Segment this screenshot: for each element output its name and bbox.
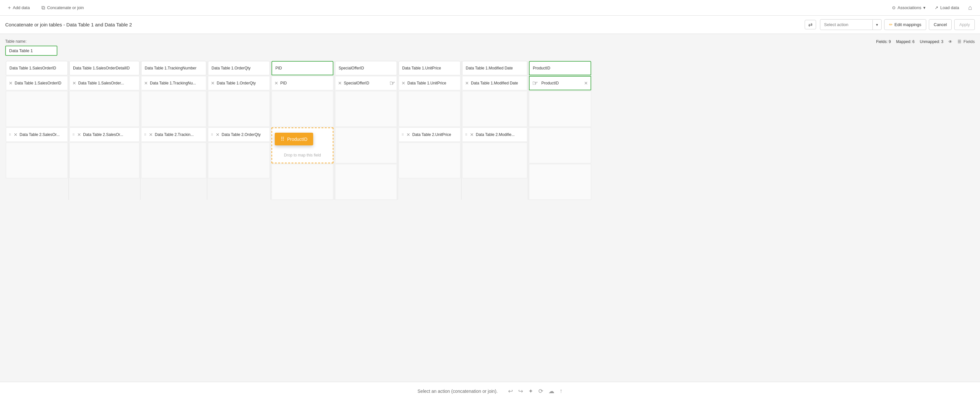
fields-button[interactable]: ☰ Fields: [958, 39, 975, 44]
refresh-icon[interactable]: ⟳: [538, 387, 543, 395]
edit-mappings-button[interactable]: ✏ Edit mappings: [884, 19, 926, 30]
cell-productid-row2: [529, 127, 591, 163]
close-trackingnumber-row2[interactable]: ✕: [149, 132, 153, 137]
cell-specialofferid-empty: [335, 91, 397, 127]
cell-text-salesorderid-r2: Data Table 2.SalesOr...: [19, 132, 65, 137]
content-area: Table name: Fields: 9 Mapped: 6 Unmapped…: [0, 34, 980, 382]
home-button[interactable]: ⌂: [966, 3, 975, 13]
cell-pid-drop-target[interactable]: ⠿ ProductID Drop to map this field: [272, 127, 333, 163]
cell-salesorderdetailid-empty: [69, 91, 140, 127]
cell-salesorderid-empty: [6, 91, 68, 127]
col-header-specialofferid-text: SpecialOfferID: [339, 66, 364, 70]
action-bar: Concatenate or join tables - Data Table …: [0, 16, 980, 34]
associations-label: Associations: [897, 5, 921, 10]
apply-button[interactable]: Apply: [954, 19, 975, 30]
close-orderqty-row2[interactable]: ✕: [216, 132, 220, 137]
cell-text-modifieddate-r1: Data Table 1.Modified Date: [471, 81, 524, 85]
mapped-count: Mapped: 6: [896, 40, 915, 44]
drop-text: Drop to map this field: [284, 153, 321, 158]
cloud-icon[interactable]: ☁: [549, 387, 554, 395]
table-name-input[interactable]: [5, 46, 57, 56]
upload-icon[interactable]: ↑: [560, 387, 563, 395]
col-header-orderqty-text: Data Table 1.OrderQty: [212, 66, 251, 70]
cell-text-productid-r1: ProductID: [541, 81, 582, 85]
status-bar: Select an action (concatenation or join)…: [0, 382, 980, 400]
select-action-chevron[interactable]: ▾: [872, 20, 881, 30]
cell-text-salesorderid-r1: Data Table 1.SalesOrderID: [15, 81, 65, 85]
star-icon[interactable]: ✦: [528, 387, 533, 395]
column-trackingnumber: Data Table 1.TrackingNumber ✕ Data Table…: [140, 61, 207, 200]
cell-text-unitprice-r2: Data Table 2.UnitPrice: [412, 132, 458, 137]
cell-unitprice-empty2: [399, 142, 460, 178]
toolbar-right: ⊙ Associations ▾ ↗ Load data ⌂: [889, 3, 975, 13]
swap-button[interactable]: ⇄: [805, 20, 816, 29]
col-header-unitprice-text: Data Table 1.UnitPrice: [402, 66, 441, 70]
cell-unitprice-empty: [399, 91, 460, 127]
close-pid-row1[interactable]: ✕: [274, 81, 278, 85]
fields-label: Fields: [963, 39, 975, 44]
close-productid-row1[interactable]: ✕: [584, 81, 588, 85]
undo-icon[interactable]: ↩: [508, 387, 513, 395]
swap-icon: ⇄: [808, 22, 813, 27]
eye-icon[interactable]: 👁: [948, 40, 952, 44]
cell-salesorderdetailid-row2: ⠿ ✕ Data Table 2.SalesOr...: [69, 127, 140, 142]
drag-handle-salesorderdetailid-r2: ⠿: [72, 133, 75, 137]
cell-text-pid-r1: PID: [280, 81, 331, 85]
column-modifieddate: Data Table 1.Modified Date ✕ Data Table …: [461, 61, 528, 200]
add-icon: +: [8, 5, 11, 11]
close-salesorderid-row2[interactable]: ✕: [14, 132, 18, 137]
col-header-salesorderid-text: Data Table 1.SalesOrderID: [10, 66, 56, 70]
close-salesorderdetailid-row2[interactable]: ✕: [77, 132, 81, 137]
close-orderqty-row1[interactable]: ✕: [211, 81, 215, 85]
drag-handle-trackingnumber-r2: ⠿: [144, 133, 146, 137]
page-title: Concatenate or join tables - Data Table …: [5, 22, 801, 27]
associations-button[interactable]: ⊙ Associations ▾: [889, 4, 928, 11]
cell-modifieddate-row1: ✕ Data Table 1.Modified Date: [462, 76, 527, 90]
close-salesorderid-row1[interactable]: ✕: [9, 81, 13, 85]
cell-modifieddate-empty: [462, 91, 527, 127]
col-header-productid: ProductID: [529, 61, 591, 75]
table-name-section: Table name:: [5, 39, 975, 56]
status-text: Select an action (concatenation or join)…: [417, 389, 498, 394]
associations-chevron: ▾: [923, 5, 926, 10]
column-salesorderid: Data Table 1.SalesOrderID ✕ Data Table 1…: [5, 61, 69, 200]
cell-salesorderdetailid-row1: ✕ Data Table 1.SalesOrder...: [69, 76, 140, 90]
close-salesorderdetailid-row1[interactable]: ✕: [72, 81, 76, 85]
close-trackingnumber-row1[interactable]: ✕: [144, 81, 148, 85]
cell-modifieddate-empty2: [462, 142, 527, 178]
close-modifieddate-row1[interactable]: ✕: [465, 81, 469, 85]
cell-salesorderid-row1: ✕ Data Table 1.SalesOrderID: [6, 76, 68, 90]
cell-productid-row1: ☞ ProductID ✕: [529, 76, 591, 90]
col-header-salesorderid: Data Table 1.SalesOrderID: [6, 61, 68, 75]
cell-productid-empty: [529, 91, 591, 127]
edit-mappings-label: Edit mappings: [895, 22, 921, 27]
close-modifieddate-row2[interactable]: ✕: [470, 132, 474, 137]
add-data-button[interactable]: + Add data: [5, 3, 32, 12]
redo-icon[interactable]: ↪: [518, 387, 523, 395]
select-action-input[interactable]: [820, 19, 872, 30]
load-data-label: Load data: [940, 5, 959, 10]
bottom-icons: ↩ ↪ ✦ ⟳ ☁ ↑: [508, 387, 563, 395]
cell-text-salesorderdetailid-r1: Data Table 1.SalesOrder...: [78, 81, 137, 85]
drag-card-productid: ⠿ ProductID: [275, 133, 313, 145]
fields-list-icon: ☰: [958, 39, 961, 44]
action-bar-right: ▾ ✏ Edit mappings Cancel Apply: [820, 19, 975, 30]
close-unitprice-row2[interactable]: ✕: [406, 132, 410, 137]
cell-text-trackingnumber-r2: Data Table 2.Trackin...: [155, 132, 204, 137]
cell-trackingnumber-empty2: [141, 142, 206, 178]
apply-label: Apply: [959, 22, 970, 27]
cell-trackingnumber-row1: ✕ Data Table 1.TrackingNu...: [141, 76, 206, 90]
close-specialofferid-row1[interactable]: ✕: [338, 81, 342, 85]
home-icon: ⌂: [968, 4, 972, 11]
col-header-pid: PID: [272, 61, 333, 75]
load-data-button[interactable]: ↗ Load data: [932, 4, 962, 11]
column-unitprice: Data Table 1.UnitPrice ✕ Data Table 1.Un…: [398, 61, 461, 200]
col-header-salesorderdetailid: Data Table 1.SalesOrderDetailID: [69, 61, 140, 75]
close-unitprice-row1[interactable]: ✕: [401, 81, 406, 85]
add-data-label: Add data: [13, 5, 30, 10]
cell-orderqty-row2: ⠿ ✕ Data Table 2.OrderQty: [208, 127, 270, 142]
cell-text-unitprice-r1: Data Table 1.UnitPrice: [407, 81, 458, 85]
concat-join-button[interactable]: ⧉ Concatenate or join: [39, 3, 86, 12]
cancel-button[interactable]: Cancel: [929, 19, 951, 30]
cell-salesorderid-row2: ⠿ ✕ Data Table 2.SalesOr...: [6, 127, 68, 142]
